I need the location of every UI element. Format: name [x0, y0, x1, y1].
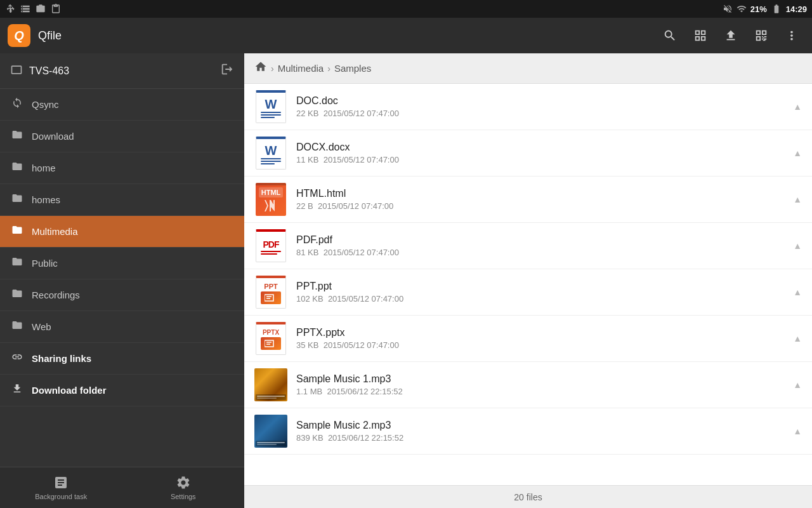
file-icon-doc: W — [254, 90, 287, 123]
sidebar-item-label-public: Public — [32, 258, 58, 269]
main-layout: TVS-463 Qsync Download home — [0, 53, 812, 508]
file-arrow-html: ▲ — [793, 194, 802, 204]
upload-button[interactable] — [718, 23, 743, 48]
file-name-music1: Sample Music 1.mp3 — [296, 373, 788, 385]
file-name-html: HTML.html — [296, 188, 788, 199]
file-arrow-doc: ▲ — [793, 102, 802, 112]
file-icon-pptx: PPTX — [254, 322, 287, 355]
sidebar-header: TVS-463 — [0, 53, 244, 89]
file-row-music1[interactable]: Sample Music 1.mp3 1.1 MB 2015/06/12 22:… — [244, 362, 812, 408]
sharing-links-icon — [10, 351, 24, 366]
public-folder-icon — [10, 256, 24, 271]
background-task-label: Background task — [35, 493, 87, 500]
file-row-pdf[interactable]: PDF PDF.pdf 81 KB 2015/05/12 07:47:00 — [244, 223, 812, 269]
wifi-icon — [737, 4, 747, 14]
file-meta-pptx: 35 KB 2015/05/12 07:47:00 — [296, 340, 788, 350]
file-row-music2[interactable]: Sample Music 2.mp3 839 KB 2015/06/12 22:… — [244, 408, 812, 455]
file-icon-docx: W — [254, 137, 287, 170]
mute-icon — [723, 4, 733, 14]
file-info-pdf: PDF.pdf 81 KB 2015/05/12 07:47:00 — [296, 234, 788, 257]
file-arrow-docx: ▲ — [793, 148, 802, 158]
storage-icon — [20, 4, 30, 14]
multimedia-folder-icon — [10, 224, 24, 239]
file-arrow-music2: ▲ — [793, 426, 802, 436]
file-arrow-pdf: ▲ — [793, 241, 802, 251]
homes-folder-icon — [10, 192, 24, 207]
time-display: 14:29 — [786, 4, 807, 14]
sidebar-item-label-home: home — [32, 163, 56, 173]
app-logo: Q — [8, 24, 30, 47]
download-folder-icon — [10, 129, 24, 144]
sidebar-item-multimedia[interactable]: Multimedia — [0, 216, 244, 248]
clipboard-icon — [51, 4, 61, 14]
file-info-pptx: PPTX.pptx 35 KB 2015/05/12 07:47:00 — [296, 327, 788, 350]
qr-code-button[interactable] — [749, 23, 774, 48]
settings-label: Settings — [171, 493, 196, 500]
breadcrumb-chevron-2: › — [327, 64, 331, 74]
file-info-music1: Sample Music 1.mp3 1.1 MB 2015/06/12 22:… — [296, 373, 788, 396]
file-row-ppt[interactable]: PPT PPT.ppt 102 KB 2015/05/12 07:47:00 ▲ — [244, 269, 812, 316]
file-meta-ppt: 102 KB 2015/05/12 07:47:00 — [296, 294, 788, 304]
file-icon-pdf: PDF — [254, 229, 287, 262]
breadcrumb-home-icon[interactable] — [254, 60, 267, 76]
file-count: 20 files — [514, 492, 542, 502]
content-area: › Multimedia › Samples W — [244, 53, 812, 508]
recordings-folder-icon — [10, 288, 24, 302]
device-icon — [10, 64, 23, 79]
device-name: TVS-463 — [29, 65, 220, 77]
background-task-icon — [53, 475, 69, 490]
sidebar-item-recordings[interactable]: Recordings — [0, 279, 244, 311]
breadcrumb-multimedia[interactable]: Multimedia — [278, 63, 324, 74]
file-info-docx: DOCX.docx 11 KB 2015/05/12 07:47:00 — [296, 142, 788, 164]
file-arrow-pptx: ▲ — [793, 333, 802, 344]
sidebar-item-label-download: Download — [32, 131, 74, 142]
file-meta-music1: 1.1 MB 2015/06/12 22:15:52 — [296, 387, 788, 396]
sidebar-item-label-recordings: Recordings — [32, 290, 80, 300]
sidebar-item-web[interactable]: Web — [0, 311, 244, 343]
download-folder-icon2 — [10, 383, 24, 398]
file-arrow-ppt: ▲ — [793, 287, 802, 297]
web-folder-icon — [10, 319, 24, 334]
file-name-pptx: PPTX.pptx — [296, 327, 788, 338]
breadcrumb-chevron-1: › — [271, 64, 274, 74]
settings-nav[interactable]: Settings — [122, 467, 245, 508]
sidebar-item-label-download-folder: Download folder — [32, 385, 107, 396]
sidebar-item-homes[interactable]: homes — [0, 184, 244, 216]
file-name-docx: DOCX.docx — [296, 142, 788, 153]
logout-icon[interactable] — [220, 62, 234, 79]
more-options-button[interactable] — [779, 23, 804, 48]
status-bar: 21% 14:29 — [0, 0, 812, 18]
file-row-doc[interactable]: W DOC.doc 22 KB 2015/05/12 07:47:00 — [244, 84, 812, 130]
sidebar-item-download-folder[interactable]: Download folder — [0, 375, 244, 406]
file-info-ppt: PPT.ppt 102 KB 2015/05/12 07:47:00 — [296, 281, 788, 304]
file-name-pdf: PDF.pdf — [296, 234, 788, 246]
sidebar-item-label-qsync: Qsync — [32, 99, 59, 110]
file-meta-doc: 22 KB 2015/05/12 07:47:00 — [296, 109, 788, 118]
file-name-music2: Sample Music 2.mp3 — [296, 420, 788, 431]
file-row-docx[interactable]: W DOCX.docx 11 KB 2015/05/12 07:47:00 — [244, 130, 812, 177]
content-status-bar: 20 files — [244, 485, 812, 508]
file-meta-html: 22 B 2015/05/12 07:47:00 — [296, 201, 788, 211]
sidebar-item-public[interactable]: Public — [0, 248, 244, 279]
background-task-nav[interactable]: Background task — [0, 467, 122, 508]
camera-icon — [36, 4, 46, 14]
file-name-ppt: PPT.ppt — [296, 281, 788, 292]
file-info-doc: DOC.doc 22 KB 2015/05/12 07:47:00 — [296, 95, 788, 118]
sidebar-item-qsync[interactable]: Qsync — [0, 89, 244, 121]
sidebar-item-sharing-links[interactable]: Sharing links — [0, 343, 244, 375]
sidebar-item-home[interactable]: home — [0, 152, 244, 184]
file-row-html[interactable]: HTML HTML.html 22 B 2015/05/12 07:47:00 … — [244, 177, 812, 223]
file-meta-docx: 11 KB 2015/05/12 07:47:00 — [296, 155, 788, 164]
grid-view-button[interactable] — [688, 23, 713, 48]
battery-text: 21% — [750, 4, 767, 14]
sidebar-item-label-multimedia: Multimedia — [32, 226, 78, 237]
file-meta-pdf: 81 KB 2015/05/12 07:47:00 — [296, 248, 788, 257]
search-button[interactable] — [657, 23, 683, 48]
file-row-pptx[interactable]: PPTX PPTX.pptx 35 KB 2015/05/12 07:47:00… — [244, 316, 812, 362]
home-folder-icon — [10, 161, 24, 175]
breadcrumb-samples[interactable]: Samples — [334, 63, 371, 74]
sidebar-item-download[interactable]: Download — [0, 121, 244, 152]
sidebar: TVS-463 Qsync Download home — [0, 53, 244, 508]
file-icon-ppt: PPT — [254, 276, 287, 309]
file-info-html: HTML.html 22 B 2015/05/12 07:47:00 — [296, 188, 788, 211]
